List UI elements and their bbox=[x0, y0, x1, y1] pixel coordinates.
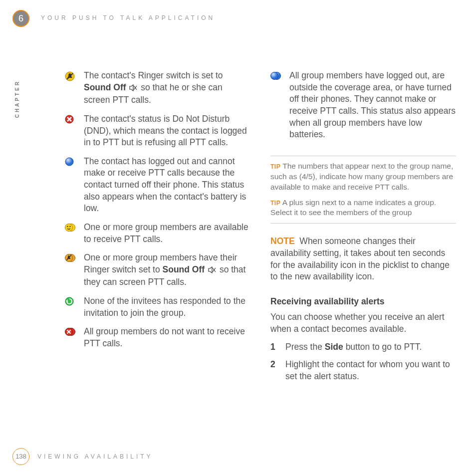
step-number: 1 bbox=[270, 341, 279, 353]
status-item: All group members do not want to receive… bbox=[65, 326, 250, 349]
pending-invite-icon bbox=[65, 295, 77, 306]
group-refuse-icon bbox=[65, 326, 77, 336]
right-column: All group members have logged out, are o… bbox=[270, 70, 456, 383]
logged-out-icon bbox=[65, 156, 77, 166]
header-title: YOUR PUSH TO TALK APPLICATION bbox=[41, 14, 215, 22]
status-text: The contact has logged out and cannot ma… bbox=[84, 156, 250, 215]
group-sound-off-icon bbox=[65, 252, 77, 262]
tip-paragraph: TIP The numbers that appear next to the … bbox=[270, 161, 456, 193]
tip-text: A plus sign next to a name indicates a g… bbox=[270, 198, 436, 217]
section-heading: Receiving availability alerts bbox=[270, 296, 456, 308]
step-item: 1 Press the Side button to go to PTT. bbox=[270, 341, 456, 353]
svg-point-10 bbox=[67, 226, 68, 227]
status-item: One or more group members are available … bbox=[65, 222, 250, 245]
status-text: The contact's Ringer switch is set to So… bbox=[84, 70, 250, 106]
bold-text: Side bbox=[325, 342, 343, 352]
chapter-vertical-label: CHAPTER bbox=[14, 80, 21, 118]
status-text: The contact's status is Do Not Disturb (… bbox=[84, 113, 250, 149]
left-column: The contact's Ringer switch is set to So… bbox=[65, 70, 250, 383]
step-text: Highlight the contact for whom you want … bbox=[285, 359, 456, 382]
section-intro: You can choose whether you receive an al… bbox=[270, 311, 456, 335]
status-item: All group members have logged out, are o… bbox=[270, 70, 456, 141]
status-text: All group members have logged out, are o… bbox=[289, 70, 456, 141]
svg-point-11 bbox=[69, 226, 70, 227]
bell-sound-off-icon bbox=[65, 70, 77, 81]
footer-title: VIEWING AVAILABILITY bbox=[37, 453, 153, 461]
tip-box: TIP The numbers that appear next to the … bbox=[270, 156, 456, 224]
step-item: 2 Highlight the contact for whom you wan… bbox=[270, 359, 456, 382]
note-label: NOTE bbox=[270, 236, 295, 246]
status-item: The contact's Ringer switch is set to So… bbox=[65, 70, 250, 106]
speaker-off-icon bbox=[129, 83, 137, 95]
page-number-badge: 138 bbox=[12, 448, 29, 465]
note-text: When someone changes their availability … bbox=[270, 236, 450, 281]
status-item: One or more group members have their Rin… bbox=[65, 252, 250, 288]
status-text: None of the invitees has responded to th… bbox=[84, 295, 250, 319]
step-text: Press the Side button to go to PTT. bbox=[285, 341, 422, 353]
bold-text: Sound Off bbox=[163, 264, 205, 274]
status-item: None of the invitees has responded to th… bbox=[65, 295, 250, 319]
svg-point-23 bbox=[271, 72, 278, 80]
status-text: One or more group members are available … bbox=[84, 222, 250, 245]
step-number: 2 bbox=[270, 359, 279, 382]
bold-text: Sound Off bbox=[84, 82, 126, 92]
svg-point-9 bbox=[65, 224, 73, 231]
text-fragment: button to go to PTT. bbox=[343, 342, 422, 352]
tip-paragraph: TIP A plus sign next to a name indicates… bbox=[270, 198, 456, 219]
tip-label: TIP bbox=[270, 200, 280, 207]
group-logged-out-icon bbox=[270, 70, 282, 80]
step-list: 1 Press the Side button to go to PTT. 2 … bbox=[270, 341, 456, 383]
footer: 138 VIEWING AVAILABILITY bbox=[12, 448, 153, 465]
status-item: The contact's status is Do Not Disturb (… bbox=[65, 113, 250, 149]
chapter-number-badge: 6 bbox=[12, 10, 29, 27]
text-fragment: The contact's Ringer switch is set to bbox=[84, 70, 223, 80]
text-fragment: Press the bbox=[285, 342, 325, 352]
status-text: All group members do not want to receive… bbox=[84, 326, 250, 349]
note-block: NOTE When someone changes their availabi… bbox=[270, 236, 456, 283]
tip-label: TIP bbox=[270, 163, 280, 170]
tip-text: The numbers that appear next to the grou… bbox=[270, 162, 453, 191]
status-text: One or more group members have their Rin… bbox=[84, 252, 250, 288]
dnd-icon bbox=[65, 113, 77, 124]
status-item: The contact has logged out and cannot ma… bbox=[65, 156, 250, 215]
svg-point-7 bbox=[65, 158, 73, 166]
speaker-off-icon bbox=[208, 265, 216, 277]
group-available-icon bbox=[65, 222, 77, 232]
